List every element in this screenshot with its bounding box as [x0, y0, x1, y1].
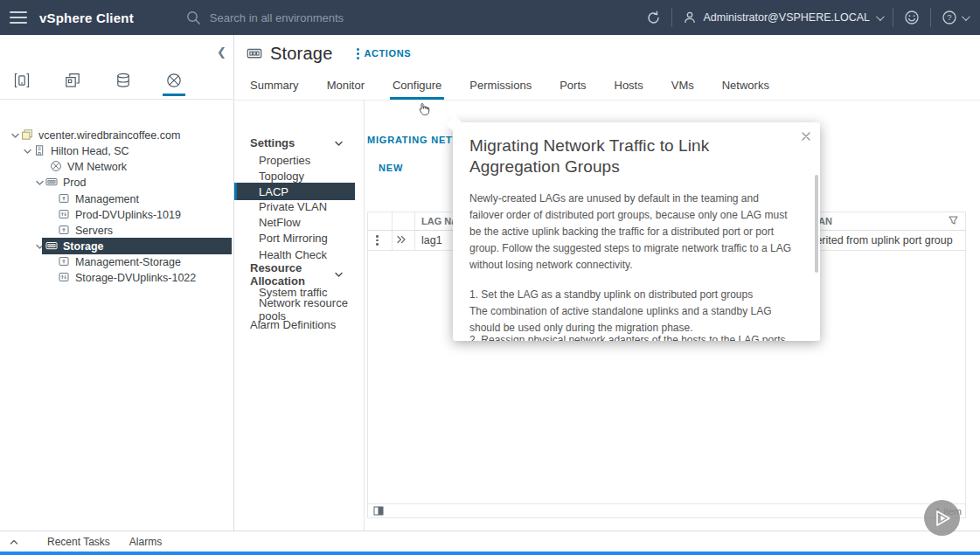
nav-item-alarm-definitions[interactable]: Alarm Definitions [234, 316, 355, 333]
tab-configure[interactable]: Configure [390, 79, 444, 100]
networking-icon[interactable] [159, 63, 189, 98]
chevron-down-icon[interactable] [9, 132, 21, 139]
tab-networks[interactable]: Networks [719, 79, 772, 100]
mouse-cursor [417, 102, 431, 117]
lag-name-cell: lag1 [421, 234, 442, 246]
divider [671, 8, 672, 27]
tab-summary[interactable]: Summary [247, 79, 302, 100]
dialog-scrollbar[interactable] [815, 175, 818, 273]
uplink-portgroup-icon [58, 271, 71, 284]
tree-item-management-storage[interactable]: Management-Storage [0, 253, 232, 270]
play-overlay-button[interactable] [924, 500, 960, 536]
vsphere-client-window: vSphere Client Administrator@VSPHERE.LOC… [0, 0, 980, 555]
feedback-smiley-icon[interactable] [904, 10, 920, 25]
inventory-sidebar: ❮ vcenter.wiredbraincoffee.com Hilton He… [0, 35, 234, 531]
tab-vms[interactable]: VMs [669, 79, 697, 100]
user-icon [683, 10, 697, 24]
tree-item-storage-dvuplinks[interactable]: Storage-DVUplinks-1022 [0, 269, 232, 286]
nav-item-network-resource-pools[interactable]: Network resource pools [234, 301, 355, 317]
storage-icon[interactable] [108, 63, 138, 98]
sidebar-collapse-icon[interactable]: ❮ [217, 45, 226, 59]
hamburger-menu-icon[interactable] [10, 11, 27, 24]
play-icon [932, 508, 953, 529]
nav-item-private-vlan[interactable]: Private VLAN [234, 198, 355, 215]
settings-section-header[interactable]: Settings [234, 135, 355, 151]
nav-item-properties[interactable]: Properties [234, 152, 355, 169]
tab-ports[interactable]: Ports [557, 79, 588, 100]
chevron-down-icon [335, 271, 343, 278]
tree-item-management[interactable]: Management [0, 191, 232, 207]
network-icon [50, 160, 63, 173]
alarms-tab[interactable]: Alarms [129, 536, 162, 548]
search-icon [186, 10, 201, 25]
new-lag-button[interactable]: NEW [379, 163, 403, 173]
tab-monitor[interactable]: Monitor [324, 79, 367, 100]
tree-item-prod[interactable]: Prod [0, 174, 232, 191]
tree-item-vcenter[interactable]: vcenter.wiredbraincoffee.com [0, 127, 232, 143]
top-bar: vSphere Client Administrator@VSPHERE.LOC… [0, 0, 980, 35]
page-title: Storage [270, 44, 332, 64]
migrating-traffic-dialog: Migrating Network Traffic to Link Aggreg… [453, 122, 820, 341]
actions-button[interactable]: ACTIONS [357, 48, 411, 59]
expand-panel-icon[interactable] [0, 531, 28, 552]
tree-item-vm-network[interactable]: VM Network [0, 158, 232, 175]
row-expand-icon[interactable] [397, 235, 406, 244]
tab-permissions[interactable]: Permissions [467, 79, 534, 100]
inventory-nav [0, 61, 234, 100]
table-footer: 1 item [368, 503, 965, 517]
vms-and-templates-icon[interactable] [58, 63, 87, 98]
vcenter-icon [21, 128, 34, 142]
recent-tasks-tab[interactable]: Recent Tasks [47, 536, 110, 548]
user-menu[interactable]: Administrator@VSPHERE.LOCAL [683, 10, 882, 24]
dialog-step2-title: 2. Reassign physical network adapters of… [469, 332, 793, 341]
tree-item-prod-dvuplinks[interactable]: Prod-DVUplinks-1019 [0, 206, 232, 223]
divider [893, 8, 893, 27]
bottom-panel-bar: Recent Tasks Alarms [0, 531, 980, 552]
column-selector-icon[interactable] [373, 506, 384, 516]
kebab-icon [357, 48, 359, 59]
dialog-intro: Newly-created LAGs are unused by default… [469, 191, 794, 274]
help-icon: ? [942, 10, 957, 25]
dvswitch-icon [45, 239, 59, 253]
portgroup-icon [58, 255, 71, 268]
tab-hosts[interactable]: Hosts [612, 79, 646, 100]
global-search[interactable] [186, 10, 437, 25]
row-kebab-icon[interactable] [376, 235, 379, 246]
tree-item-datacenter[interactable]: Hilton Head, SC [0, 142, 232, 159]
nav-item-lacp[interactable]: LACP [234, 183, 355, 200]
vlan-cell: Inherited from uplink port group [801, 234, 953, 246]
divider [930, 8, 931, 27]
dvswitch-icon [247, 45, 262, 61]
chevron-down-icon[interactable] [33, 179, 45, 186]
dialog-step1-title: 1. Set the LAG as a standby uplink on di… [469, 287, 794, 303]
tree-item-servers[interactable]: Servers [0, 222, 232, 239]
refresh-icon[interactable] [646, 10, 661, 25]
resource-allocation-section-header[interactable]: Resource Allocation [234, 266, 355, 282]
entity-tabs: Summary Monitor Configure Permissions Po… [234, 72, 980, 101]
chevron-down-icon [876, 12, 885, 21]
hosts-and-clusters-icon[interactable] [7, 63, 37, 98]
app-title: vSphere Client [39, 10, 134, 25]
filter-icon[interactable] [949, 216, 958, 225]
portgroup-icon [58, 192, 71, 205]
bottom-accent-strip [0, 552, 980, 555]
nav-item-port-mirroring[interactable]: Port Mirroring [234, 230, 355, 246]
uplink-portgroup-icon [58, 208, 71, 221]
search-input[interactable] [210, 11, 437, 24]
portgroup-icon [58, 224, 71, 237]
inventory-tree: vcenter.wiredbraincoffee.com Hilton Head… [0, 101, 233, 531]
user-name: Administrator@VSPHERE.LOCAL [703, 11, 870, 24]
chevron-down-icon [962, 12, 970, 21]
entity-header: Storage ACTIONS [234, 35, 980, 72]
configure-nav: Settings Properties Topology LACP Privat… [234, 101, 365, 531]
dvswitch-icon [45, 176, 59, 189]
svg-text:?: ? [947, 12, 951, 22]
tree-item-storage[interactable]: Storage [0, 238, 232, 254]
close-icon[interactable] [800, 130, 812, 142]
help-menu[interactable]: ? [942, 10, 968, 25]
datacenter-icon [33, 144, 46, 157]
chevron-down-icon [335, 140, 343, 147]
nav-item-netflow[interactable]: NetFlow [234, 214, 355, 231]
dialog-title: Migrating Network Traffic to Link Aggreg… [469, 135, 794, 177]
chevron-down-icon[interactable] [21, 148, 33, 155]
